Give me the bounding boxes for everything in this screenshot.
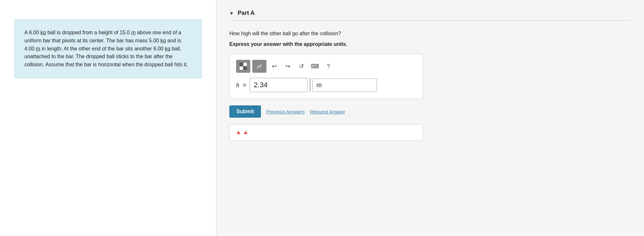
refresh-button[interactable]: ↺ [296, 60, 307, 72]
redo-icon: ↪ [286, 63, 290, 70]
problem-text: A 6.00 kg ball is dropped from a height … [25, 30, 188, 67]
question-text: How high will the other ball go after th… [229, 30, 631, 38]
answer-box: μÅ ↩ ↪ ↺ ⌨ ? h = [229, 54, 423, 99]
collapse-icon[interactable]: ▼ [229, 11, 234, 16]
previous-answers-button[interactable]: Previous Answers [266, 109, 305, 114]
help-icon: ? [327, 63, 330, 70]
redo-button[interactable]: ↪ [282, 60, 294, 72]
input-row: h = [236, 78, 416, 92]
toolbar: μÅ ↩ ↪ ↺ ⌨ ? [236, 60, 416, 73]
refresh-icon: ↺ [299, 63, 304, 70]
submit-button[interactable]: Submit [229, 105, 261, 118]
input-separator [310, 78, 310, 92]
part-header: ▼ Part A [229, 10, 631, 21]
request-answer-button[interactable]: Request Answer [310, 109, 345, 114]
part-title: Part A [238, 10, 254, 16]
undo-icon: ↩ [272, 63, 277, 70]
help-button[interactable]: ? [323, 60, 334, 72]
mu-button[interactable]: μÅ [252, 60, 266, 73]
hint-box: 🔺🔺 [229, 124, 423, 141]
value-input[interactable] [250, 78, 308, 92]
unit-input[interactable] [312, 79, 377, 92]
express-instruction: Express your answer with the appropriate… [229, 41, 631, 47]
left-panel: A 6.00 kg ball is dropped from a height … [0, 0, 216, 236]
hint-icon: 🔺🔺 [235, 129, 249, 136]
action-row: Submit Previous Answers Request Answer [229, 105, 631, 118]
right-panel: ▼ Part A How high will the other ball go… [216, 0, 644, 236]
matrix-button[interactable] [236, 60, 250, 73]
variable-label: h [236, 81, 239, 89]
keyboard-button[interactable]: ⌨ [309, 60, 321, 72]
keyboard-icon: ⌨ [311, 63, 319, 70]
undo-button[interactable]: ↩ [268, 60, 280, 72]
equals-sign: = [243, 81, 246, 89]
problem-box: A 6.00 kg ball is dropped from a height … [15, 19, 202, 78]
